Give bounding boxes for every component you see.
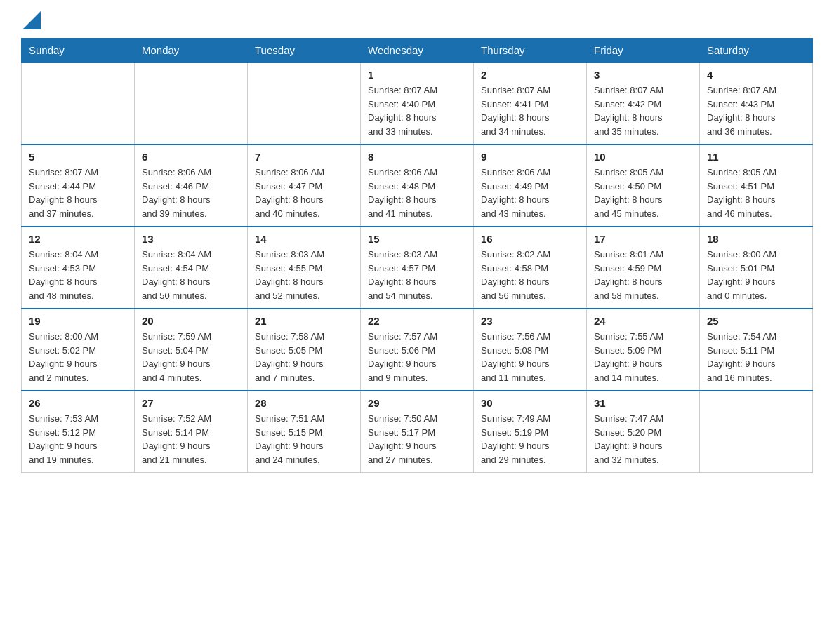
day-number: 5 [29,151,127,163]
day-number: 1 [368,69,466,81]
day-info: Sunrise: 7:53 AM Sunset: 5:12 PM Dayligh… [29,412,127,467]
calendar-cell: 31Sunrise: 7:47 AM Sunset: 5:20 PM Dayli… [587,391,700,473]
day-number: 6 [142,151,240,163]
day-number: 23 [481,315,579,327]
day-info: Sunrise: 8:06 AM Sunset: 4:48 PM Dayligh… [368,166,466,220]
weekday-header-sunday: Sunday [22,39,135,63]
day-number: 26 [29,397,127,409]
calendar-cell: 16Sunrise: 8:02 AM Sunset: 4:58 PM Dayli… [474,227,587,309]
calendar-cell: 10Sunrise: 8:05 AM Sunset: 4:50 PM Dayli… [587,145,700,227]
day-info: Sunrise: 7:54 AM Sunset: 5:11 PM Dayligh… [707,330,805,384]
day-info: Sunrise: 8:04 AM Sunset: 4:53 PM Dayligh… [29,248,127,302]
day-number: 21 [255,315,353,327]
day-info: Sunrise: 8:07 AM Sunset: 4:43 PM Dayligh… [707,83,805,138]
day-number: 31 [594,397,692,409]
calendar-cell: 13Sunrise: 8:04 AM Sunset: 4:54 PM Dayli… [135,227,248,309]
day-info: Sunrise: 8:07 AM Sunset: 4:40 PM Dayligh… [368,83,466,138]
day-number: 8 [368,151,466,163]
calendar-cell: 6Sunrise: 8:06 AM Sunset: 4:46 PM Daylig… [135,145,248,227]
day-number: 4 [707,69,805,81]
calendar-cell: 8Sunrise: 8:06 AM Sunset: 4:48 PM Daylig… [361,145,474,227]
day-number: 12 [29,233,127,245]
day-info: Sunrise: 8:02 AM Sunset: 4:58 PM Dayligh… [481,248,579,302]
calendar-cell [22,62,135,145]
day-number: 9 [481,151,579,163]
calendar-cell [700,391,813,473]
day-number: 10 [594,151,692,163]
calendar-cell: 28Sunrise: 7:51 AM Sunset: 5:15 PM Dayli… [248,391,361,473]
day-info: Sunrise: 8:04 AM Sunset: 4:54 PM Dayligh… [142,248,240,302]
week-row-2: 5Sunrise: 8:07 AM Sunset: 4:44 PM Daylig… [22,145,813,227]
calendar-cell: 24Sunrise: 7:55 AM Sunset: 5:09 PM Dayli… [587,309,700,391]
day-info: Sunrise: 7:56 AM Sunset: 5:08 PM Dayligh… [481,330,579,384]
day-info: Sunrise: 7:50 AM Sunset: 5:17 PM Dayligh… [368,412,466,467]
day-number: 15 [368,233,466,245]
day-info: Sunrise: 8:01 AM Sunset: 4:59 PM Dayligh… [594,248,692,302]
day-info: Sunrise: 8:07 AM Sunset: 4:42 PM Dayligh… [594,83,692,138]
day-info: Sunrise: 8:06 AM Sunset: 4:47 PM Dayligh… [255,166,353,220]
calendar-cell: 26Sunrise: 7:53 AM Sunset: 5:12 PM Dayli… [22,391,135,473]
weekday-header-monday: Monday [135,39,248,63]
weekday-header-tuesday: Tuesday [248,39,361,63]
calendar-table: SundayMondayTuesdayWednesdayThursdayFrid… [21,38,813,473]
day-number: 27 [142,397,240,409]
page-header [21,14,813,25]
calendar-cell: 27Sunrise: 7:52 AM Sunset: 5:14 PM Dayli… [135,391,248,473]
week-row-5: 26Sunrise: 7:53 AM Sunset: 5:12 PM Dayli… [22,391,813,473]
calendar-cell: 18Sunrise: 8:00 AM Sunset: 5:01 PM Dayli… [700,227,813,309]
calendar-cell: 22Sunrise: 7:57 AM Sunset: 5:06 PM Dayli… [361,309,474,391]
calendar-cell: 17Sunrise: 8:01 AM Sunset: 4:59 PM Dayli… [587,227,700,309]
day-number: 16 [481,233,579,245]
day-info: Sunrise: 7:59 AM Sunset: 5:04 PM Dayligh… [142,330,240,384]
day-number: 25 [707,315,805,327]
day-info: Sunrise: 8:05 AM Sunset: 4:50 PM Dayligh… [594,166,692,220]
day-info: Sunrise: 7:47 AM Sunset: 5:20 PM Dayligh… [594,412,692,467]
calendar-cell: 15Sunrise: 8:03 AM Sunset: 4:57 PM Dayli… [361,227,474,309]
day-number: 30 [481,397,579,409]
day-number: 3 [594,69,692,81]
day-info: Sunrise: 8:05 AM Sunset: 4:51 PM Dayligh… [707,166,805,220]
week-row-1: 1Sunrise: 8:07 AM Sunset: 4:40 PM Daylig… [22,62,813,145]
calendar-cell: 5Sunrise: 8:07 AM Sunset: 4:44 PM Daylig… [22,145,135,227]
day-number: 19 [29,315,127,327]
calendar-cell: 25Sunrise: 7:54 AM Sunset: 5:11 PM Dayli… [700,309,813,391]
calendar-cell: 2Sunrise: 8:07 AM Sunset: 4:41 PM Daylig… [474,62,587,145]
calendar-cell [135,62,248,145]
week-row-4: 19Sunrise: 8:00 AM Sunset: 5:02 PM Dayli… [22,309,813,391]
calendar-cell: 21Sunrise: 7:58 AM Sunset: 5:05 PM Dayli… [248,309,361,391]
calendar-cell: 7Sunrise: 8:06 AM Sunset: 4:47 PM Daylig… [248,145,361,227]
day-number: 28 [255,397,353,409]
weekday-header-saturday: Saturday [700,39,813,63]
calendar-cell [248,62,361,145]
day-number: 24 [594,315,692,327]
calendar-cell: 11Sunrise: 8:05 AM Sunset: 4:51 PM Dayli… [700,145,813,227]
day-info: Sunrise: 8:03 AM Sunset: 4:57 PM Dayligh… [368,248,466,302]
day-info: Sunrise: 8:07 AM Sunset: 4:44 PM Dayligh… [29,166,127,220]
day-info: Sunrise: 8:06 AM Sunset: 4:49 PM Dayligh… [481,166,579,220]
day-info: Sunrise: 7:58 AM Sunset: 5:05 PM Dayligh… [255,330,353,384]
day-number: 14 [255,233,353,245]
calendar-cell: 14Sunrise: 8:03 AM Sunset: 4:55 PM Dayli… [248,227,361,309]
day-number: 7 [255,151,353,163]
day-number: 18 [707,233,805,245]
calendar-cell: 20Sunrise: 7:59 AM Sunset: 5:04 PM Dayli… [135,309,248,391]
calendar-cell: 12Sunrise: 8:04 AM Sunset: 4:53 PM Dayli… [22,227,135,309]
day-info: Sunrise: 8:00 AM Sunset: 5:01 PM Dayligh… [707,248,805,302]
weekday-header-row: SundayMondayTuesdayWednesdayThursdayFrid… [22,39,813,63]
weekday-header-wednesday: Wednesday [361,39,474,63]
calendar-cell: 9Sunrise: 8:06 AM Sunset: 4:49 PM Daylig… [474,145,587,227]
svg-marker-0 [22,11,41,29]
day-number: 11 [707,151,805,163]
day-info: Sunrise: 7:49 AM Sunset: 5:19 PM Dayligh… [481,412,579,467]
day-info: Sunrise: 8:03 AM Sunset: 4:55 PM Dayligh… [255,248,353,302]
weekday-header-thursday: Thursday [474,39,587,63]
calendar-cell: 4Sunrise: 8:07 AM Sunset: 4:43 PM Daylig… [700,62,813,145]
calendar-cell: 1Sunrise: 8:07 AM Sunset: 4:40 PM Daylig… [361,62,474,145]
weekday-header-friday: Friday [587,39,700,63]
week-row-3: 12Sunrise: 8:04 AM Sunset: 4:53 PM Dayli… [22,227,813,309]
calendar-cell: 19Sunrise: 8:00 AM Sunset: 5:02 PM Dayli… [22,309,135,391]
day-info: Sunrise: 7:55 AM Sunset: 5:09 PM Dayligh… [594,330,692,384]
day-info: Sunrise: 8:06 AM Sunset: 4:46 PM Dayligh… [142,166,240,220]
day-info: Sunrise: 7:57 AM Sunset: 5:06 PM Dayligh… [368,330,466,384]
day-number: 22 [368,315,466,327]
